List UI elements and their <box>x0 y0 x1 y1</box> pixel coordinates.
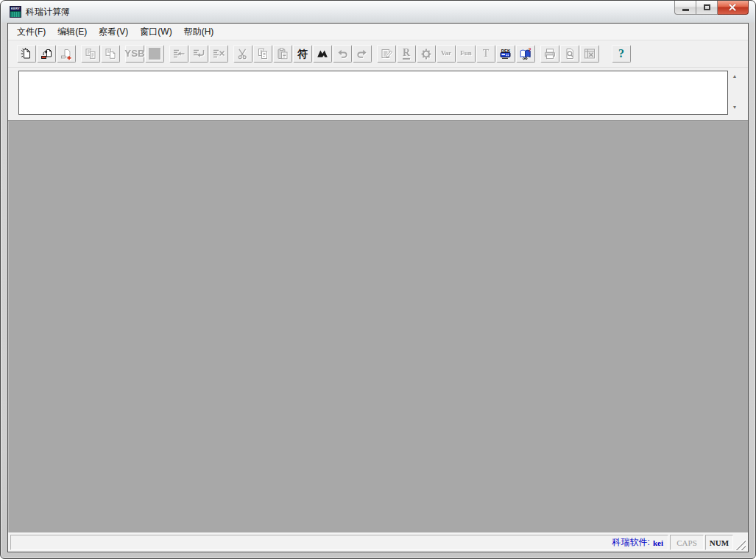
workspace <box>8 120 748 533</box>
lines-arrow-left-icon <box>172 47 186 60</box>
toolbar-text-mode-button: T <box>476 45 495 63</box>
add-page-icon <box>60 47 73 60</box>
toolbar-functions-button: Fun <box>456 45 476 63</box>
toolbar-settings-gear-button <box>417 45 436 63</box>
formula-input[interactable] <box>18 71 728 115</box>
toolbar-print-button <box>540 45 559 63</box>
toolbar-variables-button: Var <box>437 45 456 63</box>
toolbar-undo-button <box>333 45 352 63</box>
toolbar-result-r-button: R <box>397 45 416 63</box>
maximize-button[interactable] <box>696 1 718 15</box>
toolbar-copy-sheet-new-button <box>101 45 120 63</box>
toolbar-help-button[interactable]: ? <box>612 45 631 63</box>
num-indicator: NUM <box>705 535 733 550</box>
grid-x-icon <box>583 47 596 60</box>
menu-item-view[interactable]: 察看(V) <box>93 24 134 40</box>
toolbar-export-grid-button <box>580 45 599 63</box>
close-icon <box>728 3 738 13</box>
brand-value: kei <box>653 538 663 547</box>
toolbar-insert-line-below-button <box>189 45 208 63</box>
status-bar: 科瑞软件: kei CAPS NUM <box>8 533 748 552</box>
app-icon-graph <box>10 11 21 17</box>
app-icon: KERY <box>10 6 21 18</box>
caps-indicator: CAPS <box>670 535 704 550</box>
toolbar-print-preview-button <box>560 45 579 63</box>
window-title: 科瑞计算簿 <box>26 6 70 18</box>
arrow-undo-icon <box>336 47 349 60</box>
variables-icon: Var <box>441 50 451 57</box>
toolbar-help-book-button[interactable]: ? <box>516 45 535 63</box>
menu-bar: 文件(F)编辑(E)察看(V)窗口(W)帮助(H) <box>8 24 748 40</box>
blank-block-icon <box>148 47 161 60</box>
app-window: KERY 科瑞计算簿 文件(F)编辑(E)察看(V)窗口(W)帮助(H) YSB… <box>0 0 756 559</box>
caption-buttons <box>674 1 749 15</box>
help-icon: ? <box>618 48 624 60</box>
menu-item-window[interactable]: 窗口(W) <box>134 24 177 40</box>
book-question-icon: ? <box>519 47 532 60</box>
toolbar-properties-button <box>377 45 396 63</box>
arrow-redo-icon <box>356 47 369 60</box>
minimize-icon <box>682 9 689 11</box>
printer-icon <box>543 47 557 60</box>
resize-grip[interactable] <box>735 539 746 550</box>
functions-icon: Fun <box>460 50 472 57</box>
formula-area: ▲ ▼ <box>8 68 748 120</box>
ysb-format-icon: YSB <box>124 49 144 58</box>
toolbar-copy-sheet-to-button <box>81 45 100 63</box>
status-message-pane: 科瑞软件: kei <box>10 535 668 550</box>
toolbar-copy-button <box>253 45 272 63</box>
toolbar-dek-calculator-button[interactable]: DEK <box>496 45 515 63</box>
binoculars-icon <box>316 47 329 60</box>
toolbar-paste-button <box>273 45 292 63</box>
result-r-icon: R <box>403 48 410 60</box>
copy-page-icon <box>84 47 97 60</box>
symbol-fu-icon: 符 <box>297 49 308 59</box>
import-page-icon <box>40 47 53 60</box>
copy-sheets-icon <box>256 47 269 60</box>
toolbar-insert-line-button <box>169 45 188 63</box>
page-magnifier-icon <box>563 47 576 60</box>
svg-text:DEK: DEK <box>501 48 511 52</box>
toolbar-cut-button <box>233 45 252 63</box>
new-document-icon <box>20 47 33 60</box>
toolbar-find-button[interactable] <box>313 45 332 63</box>
minimize-button[interactable] <box>674 1 696 15</box>
scroll-down-icon[interactable]: ▼ <box>729 103 740 112</box>
menu-item-file[interactable]: 文件(F) <box>11 24 52 40</box>
menu-item-edit[interactable]: 编辑(E) <box>52 24 93 40</box>
gear-icon <box>420 47 433 60</box>
toolbar-blank-swatch-button <box>145 45 164 63</box>
window-content: 文件(F)编辑(E)察看(V)窗口(W)帮助(H) YSB符RVarFunTDE… <box>7 23 749 552</box>
maximize-icon <box>704 4 710 10</box>
toolbar: YSB符RVarFunTDEK?? <box>8 40 748 68</box>
toolbar-symbol-fu-button[interactable]: 符 <box>293 45 312 63</box>
toolbar-import-sheet-button[interactable] <box>37 45 56 63</box>
menu-item-help[interactable]: 帮助(H) <box>178 24 220 40</box>
toolbar-ysb-format-button: YSB <box>125 45 144 63</box>
sheet-pencil-icon <box>380 47 393 60</box>
scroll-up-icon[interactable]: ▲ <box>729 72 740 81</box>
svg-text:?: ? <box>529 47 531 54</box>
toolbar-redo-button <box>353 45 372 63</box>
title-bar[interactable]: KERY 科瑞计算簿 <box>7 1 749 23</box>
copy-page-new-icon <box>104 47 117 60</box>
lines-cross-icon <box>212 47 225 60</box>
toolbar-delete-line-button <box>209 45 228 63</box>
brand-label: 科瑞软件: <box>612 536 650 549</box>
close-button[interactable] <box>718 1 749 15</box>
calculator-dek-icon: DEK <box>499 47 512 60</box>
lines-arrow-hook-icon <box>192 47 205 60</box>
toolbar-add-sheet-button <box>57 45 76 63</box>
toolbar-new-sheet-button[interactable] <box>17 45 36 63</box>
formula-scrollbar[interactable]: ▲ ▼ <box>729 71 741 115</box>
scissors-icon <box>236 47 250 60</box>
text-mode-icon: T <box>483 49 490 59</box>
clipboard-paste-icon <box>276 47 289 60</box>
